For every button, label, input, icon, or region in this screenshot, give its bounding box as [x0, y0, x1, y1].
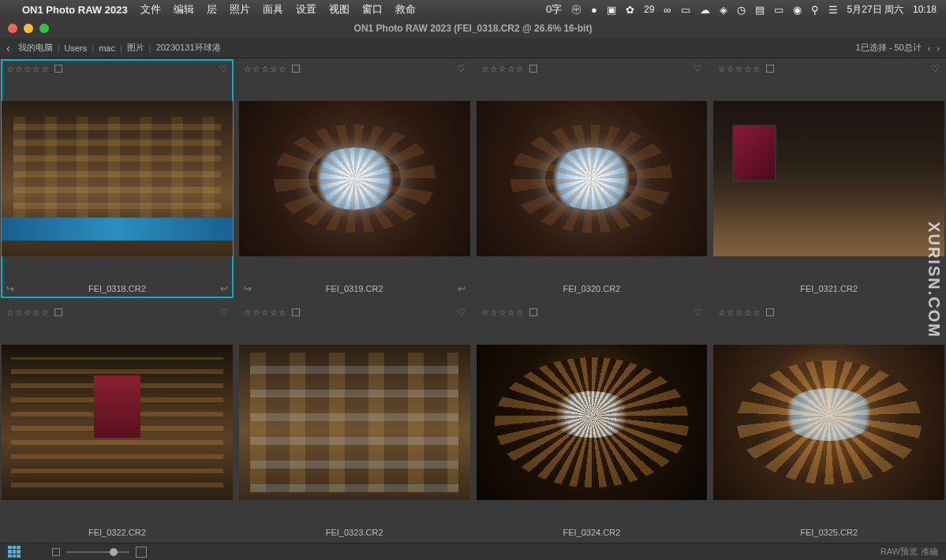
menu-settings[interactable]: 设置 [296, 2, 316, 17]
favorite-icon[interactable]: ♡ [694, 63, 702, 74]
maximize-window-button[interactable] [39, 24, 49, 33]
menubar-date[interactable]: 5月27日 周六 [847, 3, 903, 17]
color-label[interactable] [766, 308, 774, 316]
next-arrow-icon[interactable]: ↩ [458, 283, 466, 294]
menu-photo[interactable]: 照片 [230, 2, 250, 17]
menu-edit[interactable]: 编辑 [174, 2, 194, 17]
menu-file[interactable]: 文件 [140, 2, 161, 17]
thumbnail[interactable]: ☆☆☆☆☆♡FEI_0321.CR2 [713, 60, 944, 297]
slider-handle[interactable] [110, 548, 118, 556]
breadcrumb-item[interactable]: mac [95, 43, 118, 53]
thumb-header: ☆☆☆☆☆♡ [713, 60, 944, 77]
favorite-icon[interactable]: ♡ [219, 307, 228, 318]
app-name[interactable]: ON1 Photo RAW 2023 [22, 4, 128, 16]
screen-icon[interactable]: ▣ [607, 4, 616, 16]
menu-window[interactable]: 窗口 [362, 2, 383, 17]
font-icon[interactable]: ㊥ [571, 2, 581, 17]
thumbnail[interactable]: ☆☆☆☆☆♡FEI_0324.CR2 [477, 304, 708, 541]
next-button[interactable]: › [937, 43, 940, 53]
rating-stars[interactable]: ☆☆☆☆☆ [6, 308, 50, 318]
cloud-icon[interactable]: ☁ [700, 4, 710, 16]
thumbnail[interactable]: ☆☆☆☆☆♡FEI_0323.CR2 [239, 304, 470, 541]
thumb-image[interactable] [2, 101, 233, 256]
thumbnail[interactable]: ☆☆☆☆☆♡FEI_0325.CR2 [713, 304, 944, 541]
thumb-image[interactable] [239, 345, 470, 500]
back-button[interactable]: ‹ [6, 42, 10, 54]
thumb-footer: FEI_0322.CR2 [2, 524, 233, 541]
thumb-filename: FEI_0325.CR2 [800, 528, 858, 537]
diamond-icon[interactable]: ◈ [720, 4, 727, 16]
favorite-icon[interactable]: ♡ [219, 63, 228, 74]
thumb-size-large-icon [136, 547, 147, 558]
shield-icon[interactable]: ▤ [755, 4, 765, 16]
breadcrumb-item[interactable]: Users [62, 43, 91, 53]
thumb-filename: FEI_0322.CR2 [88, 528, 146, 537]
thumb-image[interactable] [239, 101, 470, 256]
rating-stars[interactable]: ☆☆☆☆☆ [244, 64, 287, 74]
ime-indicator[interactable]: 0字 [546, 2, 562, 17]
breadcrumb-item[interactable]: 20230131环球港 [153, 42, 224, 54]
favorite-icon[interactable]: ♡ [694, 307, 702, 318]
thumb-header: ☆☆☆☆☆♡ [477, 304, 708, 321]
breadcrumb-bar: ‹ 我的电脑| Users| mac| 图片| 20230131环球港 1已选择… [0, 38, 946, 58]
thumbnail[interactable]: ☆☆☆☆☆♡FEI_0320.CR2 [477, 60, 708, 297]
thumb-image[interactable] [713, 345, 944, 500]
breadcrumb-item[interactable]: 我的电脑 [15, 42, 56, 54]
close-window-button[interactable] [8, 24, 17, 33]
favorite-icon[interactable]: ♡ [931, 307, 940, 318]
wifi-icon[interactable]: ◉ [793, 4, 802, 16]
thumbnail[interactable]: ☆☆☆☆☆♡↪FEI_0319.CR2↩ [239, 60, 470, 297]
wechat-icon[interactable]: ✿ [626, 4, 634, 16]
window-title: ON1 Photo RAW 2023 (FEI_0318.CR2 @ 26.6%… [354, 23, 593, 34]
color-label[interactable] [529, 65, 537, 73]
control-center-icon[interactable]: ☰ [828, 4, 838, 16]
thumb-filename: FEI_0319.CR2 [326, 284, 383, 293]
thumbnail[interactable]: ☆☆☆☆☆♡FEI_0322.CR2 [2, 304, 233, 541]
favorite-icon[interactable]: ♡ [457, 307, 466, 318]
menu-mask[interactable]: 面具 [263, 2, 283, 17]
thumb-image[interactable] [713, 101, 944, 256]
color-label[interactable] [292, 308, 300, 316]
breadcrumb-item[interactable]: 图片 [124, 42, 148, 54]
prev-arrow-icon[interactable]: ↪ [244, 283, 252, 294]
color-label[interactable] [766, 65, 774, 73]
thumbnail-grid: ☆☆☆☆☆♡↪FEI_0318.CR2↩☆☆☆☆☆♡↪FEI_0319.CR2↩… [0, 58, 946, 543]
next-arrow-icon[interactable]: ↩ [220, 283, 228, 294]
thumb-image[interactable] [477, 101, 708, 256]
rating-stars[interactable]: ☆☆☆☆☆ [718, 64, 761, 74]
color-label[interactable] [292, 65, 300, 73]
rating-stars[interactable]: ☆☆☆☆☆ [481, 308, 525, 318]
thumb-image[interactable] [477, 345, 708, 500]
thumb-size-slider[interactable] [66, 551, 129, 553]
minimize-window-button[interactable] [24, 24, 33, 33]
thumb-footer: FEI_0320.CR2 [477, 280, 708, 297]
menu-layer[interactable]: 层 [207, 2, 217, 17]
rating-stars[interactable]: ☆☆☆☆☆ [244, 308, 287, 318]
battery-icon[interactable]: ▭ [681, 4, 690, 16]
rating-stars[interactable]: ☆☆☆☆☆ [481, 64, 525, 74]
color-label[interactable] [54, 65, 62, 73]
thumbnail[interactable]: ☆☆☆☆☆♡↪FEI_0318.CR2↩ [2, 60, 233, 297]
color-label[interactable] [54, 308, 62, 316]
mic-icon[interactable]: ● [591, 4, 597, 16]
grid-view-button[interactable] [8, 546, 21, 558]
search-icon[interactable]: ⚲ [811, 4, 819, 16]
favorite-icon[interactable]: ♡ [457, 63, 466, 74]
display-icon[interactable]: ▭ [774, 4, 783, 16]
raw-preview-label[interactable]: RAW预览 [881, 546, 918, 558]
clock-icon[interactable]: ◷ [737, 4, 746, 16]
thumb-image[interactable] [2, 345, 233, 500]
menubar-time[interactable]: 10:18 [913, 4, 937, 15]
color-label[interactable] [529, 308, 537, 316]
menu-view[interactable]: 视图 [329, 2, 350, 17]
thumb-header: ☆☆☆☆☆♡ [477, 60, 708, 77]
traffic-lights [8, 24, 49, 33]
favorite-icon[interactable]: ♡ [931, 63, 940, 74]
rating-stars[interactable]: ☆☆☆☆☆ [718, 308, 761, 318]
prev-arrow-icon[interactable]: ↪ [6, 283, 14, 294]
sync-icon[interactable]: ∞ [664, 4, 671, 16]
rating-stars[interactable]: ☆☆☆☆☆ [6, 64, 50, 74]
raw-accurate-label[interactable]: 准确 [921, 546, 938, 558]
menu-help[interactable]: 救命 [395, 2, 416, 17]
prev-button[interactable]: ‹ [928, 43, 931, 53]
